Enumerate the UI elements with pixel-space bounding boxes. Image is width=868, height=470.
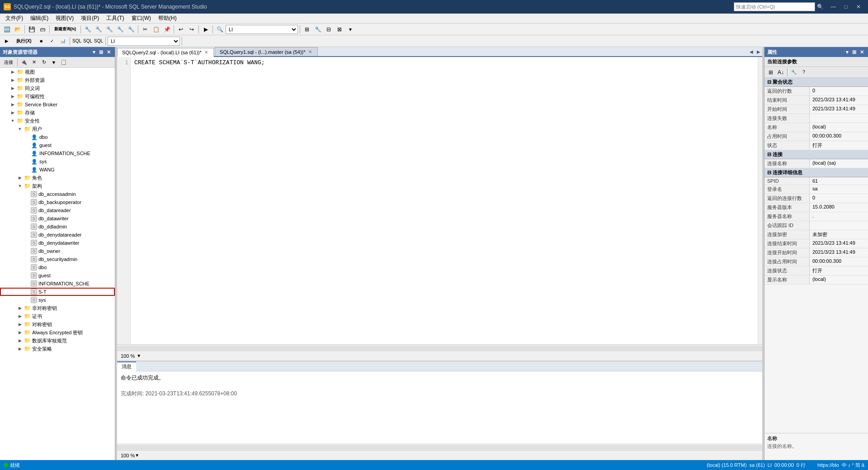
maximize-button[interactable]: □	[840, 2, 852, 12]
tree-item-sys[interactable]: Ssys	[0, 296, 115, 304]
tree-item-用户[interactable]: ▼📁用户	[0, 125, 115, 133]
editor-scrollbar-v[interactable]	[758, 57, 762, 344]
tree-toggle[interactable]: ▼	[9, 117, 16, 124]
tree-toggle[interactable]: ▶	[16, 345, 24, 352]
props-close-btn[interactable]: ✕	[859, 49, 865, 55]
toolbar-layout1[interactable]: ⊞	[302, 24, 312, 34]
sql-editor[interactable]: CREATE SCHEMA`S-T`AUTHORIZATION WANG;	[131, 57, 758, 344]
toolbar-save[interactable]: 🗃	[38, 24, 47, 34]
tab-nav-right[interactable]: ▶	[755, 47, 762, 56]
menu-project[interactable]: 项目(P)	[77, 14, 103, 24]
toolbar-new[interactable]: 🆕	[2, 24, 12, 34]
tree-toggle[interactable]: ▼	[16, 125, 24, 133]
tree-item-sys[interactable]: 👤sys	[0, 157, 115, 166]
toolbar-step[interactable]: ▶	[2, 36, 12, 46]
toolbar-cut[interactable]: ✂	[140, 24, 150, 34]
menu-tools[interactable]: 工具(T)	[103, 14, 127, 24]
tree-item-同义词[interactable]: ▶📁同义词	[0, 84, 115, 92]
toolbar-sql3[interactable]: SQL	[94, 36, 104, 46]
tree-item-视图[interactable]: ▶📁视图	[0, 68, 115, 76]
tree-toggle[interactable]: ▶	[9, 85, 16, 92]
quick-launch[interactable]: 🔍	[734, 2, 824, 11]
tree-item-db_securityadmin[interactable]: Sdb_securityadmin	[0, 255, 115, 263]
toolbar-save-all[interactable]: 💾	[27, 24, 37, 34]
tree-toggle[interactable]: ▼	[16, 182, 24, 190]
tree-toggle[interactable]: ▶	[16, 174, 24, 181]
tree-item-information_sche[interactable]: 👤INFORMATION_SCHE	[0, 149, 115, 157]
props-help-btn[interactable]: ?	[799, 68, 808, 77]
toolbar-btn3[interactable]: 🔧	[104, 24, 114, 34]
tree-item-db_owner[interactable]: Sdb_owner	[0, 247, 115, 255]
oe-summary-btn[interactable]: 📋	[59, 58, 68, 67]
toolbar-redo[interactable]: ↪	[187, 24, 197, 34]
tree-item-db_backupoperator[interactable]: Sdb_backupoperator	[0, 198, 115, 206]
tree-item-always-encrypted-密钥[interactable]: ▶📁Always Encrypted 密钥	[0, 328, 115, 337]
tree-item-db_datawriter[interactable]: Sdb_datawriter	[0, 214, 115, 223]
tree-toggle[interactable]: ▶	[16, 313, 24, 320]
tree-item-对称密钥[interactable]: ▶📁对称密钥	[0, 320, 115, 328]
toolbar-stop[interactable]: ■	[36, 36, 46, 46]
tree-toggle[interactable]: ▶	[9, 76, 16, 84]
props-float-btn[interactable]: ⊞	[851, 49, 858, 55]
tab-query2-close[interactable]: ✕	[203, 50, 209, 55]
toolbar-debug[interactable]: ▶	[201, 24, 211, 34]
toolbar-layout3[interactable]: ⊟	[324, 24, 334, 34]
props-sort-alpha[interactable]: A↓	[776, 68, 785, 77]
tree-toggle[interactable]: ▶	[16, 321, 24, 328]
tree-toggle[interactable]: ▶	[9, 109, 16, 116]
tree-item-wang[interactable]: 👤WANG	[0, 166, 115, 174]
tree-item-证书[interactable]: ▶📁证书	[0, 312, 115, 320]
tree-item-guest[interactable]: 👤guest	[0, 141, 115, 149]
font-select[interactable]: LI	[108, 37, 180, 46]
tree-toggle[interactable]: ▶	[16, 304, 24, 312]
window-controls[interactable]: — □ ✕	[827, 2, 864, 12]
menu-help[interactable]: 帮助(H)	[155, 14, 180, 24]
tree-item-dbo[interactable]: 👤dbo	[0, 133, 115, 141]
tree-item-db_accessadmin[interactable]: Sdb_accessadmin	[0, 190, 115, 198]
toolbar-sql2[interactable]: SQL	[83, 36, 93, 46]
toolbar-paste[interactable]: 📌	[162, 24, 172, 34]
toolbar-new-query[interactable]: 新建查询(N)	[52, 24, 79, 34]
editor-scrollbar-h[interactable]	[117, 346, 762, 350]
tree-item-角色[interactable]: ▶📁角色	[0, 174, 115, 182]
tree-toggle[interactable]: ▶	[9, 68, 16, 76]
toolbar-layout4[interactable]: ⊠	[335, 24, 344, 34]
tree-item-安全性[interactable]: ▼📁安全性	[0, 117, 115, 125]
tree-item-存储[interactable]: ▶📁存储	[0, 109, 115, 117]
tree-toggle[interactable]: ▶	[9, 101, 16, 108]
toolbar-results[interactable]: 📊	[58, 36, 68, 46]
oe-connect-btn[interactable]: 连接	[2, 58, 15, 67]
menu-file[interactable]: 文件(F)	[2, 14, 27, 24]
tab-query1[interactable]: SQLQuery1.sql - (l...).master (sa (54))*…	[215, 47, 318, 56]
tree-toggle[interactable]: ▶	[16, 329, 24, 336]
toolbar-open[interactable]: 📂	[13, 24, 23, 34]
menu-window[interactable]: 窗口(W)	[128, 14, 155, 24]
toolbar-btn1[interactable]: 🔧	[83, 24, 93, 34]
results-tab-messages[interactable]: 消息	[117, 361, 136, 371]
minimize-button[interactable]: —	[827, 2, 839, 12]
menu-view[interactable]: 视图(V)	[52, 14, 77, 24]
oe-refresh-btn[interactable]: ↻	[39, 58, 48, 67]
tree-item-外部资源[interactable]: ▶📁外部资源	[0, 76, 115, 84]
tree-item-db_datareader[interactable]: Sdb_datareader	[0, 206, 115, 214]
menu-edit[interactable]: 编辑(E)	[27, 14, 52, 24]
tab-nav-left[interactable]: ◀	[748, 47, 755, 56]
tree-toggle[interactable]: ▶	[9, 93, 16, 100]
oe-disconnect-btn[interactable]: ✕	[29, 58, 38, 67]
quick-launch-input[interactable]	[734, 2, 815, 11]
oe-close-btn[interactable]: ✕	[105, 49, 112, 55]
close-button[interactable]: ✕	[853, 2, 864, 12]
tree-item-service-broker[interactable]: ▶📁Service Broker	[0, 100, 115, 109]
oe-filter-btn[interactable]: ▼	[49, 58, 58, 67]
tree-item-架构[interactable]: ▼📁架构	[0, 182, 115, 190]
database-dropdown[interactable]: LI	[226, 25, 298, 34]
tree-item-可编程性[interactable]: ▶📁可编程性	[0, 92, 115, 100]
toolbar-parse[interactable]: ✓	[47, 36, 57, 46]
oe-pin-btn[interactable]: ▾	[91, 49, 97, 55]
tree-toggle[interactable]: ▶	[16, 337, 24, 344]
props-pin-btn[interactable]: ▾	[844, 49, 850, 55]
toolbar-sql1[interactable]: SQL	[72, 36, 82, 46]
toolbar-btn5[interactable]: 🔧	[126, 24, 136, 34]
tree-item-dbo[interactable]: Sdbo	[0, 263, 115, 271]
oe-new-btn[interactable]: 🔌	[19, 58, 28, 67]
